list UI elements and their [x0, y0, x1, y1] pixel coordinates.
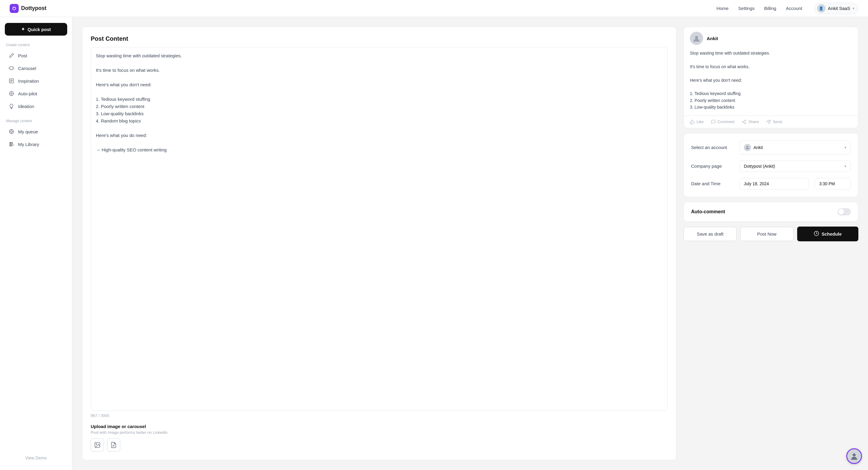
preview-actions: Like Comment Share Send — [684, 116, 858, 128]
account-avatar — [744, 144, 751, 151]
post-textarea[interactable]: Stop wasting time with outdated strategi… — [91, 47, 668, 411]
preview-avatar — [690, 32, 703, 45]
sidebar-item-carousel[interactable]: Carousel — [2, 62, 70, 74]
svg-rect-1 — [10, 67, 13, 70]
post-editor-title: Post Content — [91, 35, 668, 42]
preview-like[interactable]: Like — [690, 119, 704, 124]
right-panel: Ankit Stop wasting time with outdated st… — [684, 27, 858, 460]
action-buttons: Save as draft Post Now Schedule — [684, 227, 858, 241]
autopilot-icon — [8, 90, 14, 96]
save-draft-button[interactable]: Save as draft — [684, 227, 737, 241]
nav-account[interactable]: Account — [786, 6, 802, 11]
svg-line-14 — [744, 121, 745, 122]
topnav: Dottypost Home Settings Billing Account … — [0, 0, 868, 17]
logo-icon — [10, 4, 19, 13]
user-menu[interactable]: 👤 Ankit SaaS ▾ — [814, 3, 858, 14]
post-editor: Post Content Stop wasting time with outd… — [82, 27, 676, 460]
toggle-thumb — [838, 209, 844, 215]
topnav-avatar: 👤 — [817, 4, 826, 13]
view-demo-link[interactable]: View Demo — [0, 452, 72, 464]
topnav-links: Home Settings Billing Account — [716, 6, 802, 11]
datetime-row: Date and Time — [691, 178, 851, 189]
app-logo[interactable]: Dottypost — [10, 4, 46, 13]
upload-section: Upload image or carousel Post with Image… — [91, 424, 668, 451]
upload-image-button[interactable] — [91, 438, 104, 451]
preview-name: Ankit — [707, 36, 718, 41]
floating-avatar-button[interactable] — [846, 448, 862, 464]
nav-home[interactable]: Home — [716, 6, 728, 11]
preview-card: Ankit Stop wasting time with outdated st… — [684, 27, 858, 128]
date-input[interactable] — [739, 178, 809, 189]
svg-point-3 — [9, 91, 13, 96]
schedule-button[interactable]: Schedule — [797, 227, 859, 241]
account-row: Select an account Ankit ▾ — [691, 141, 851, 154]
sidebar-item-inspiration[interactable]: Inspiration — [2, 75, 70, 87]
svg-point-11 — [742, 121, 744, 122]
sidebar: ✦ Quick post Create content Post Carouse… — [0, 17, 72, 470]
nav-billing[interactable]: Billing — [764, 6, 776, 11]
auto-comment-toggle[interactable] — [838, 208, 851, 215]
sidebar-item-ideation[interactable]: Ideation — [2, 100, 70, 112]
settings-panel: Select an account Ankit ▾ Company page — [684, 133, 858, 197]
chevron-down-icon: ▾ — [852, 6, 855, 10]
topnav-username: Ankit SaaS — [828, 6, 850, 11]
schedule-clock-icon — [814, 231, 819, 237]
preview-share[interactable]: Share — [742, 119, 759, 124]
auto-comment-label: Auto-comment — [691, 209, 725, 214]
create-section-label: Create content — [0, 43, 72, 47]
auto-comment-panel: Auto-comment — [684, 202, 858, 222]
post-icon — [8, 53, 14, 59]
account-label: Select an account — [691, 145, 733, 150]
main-layout: ✦ Quick post Create content Post Carouse… — [0, 17, 868, 470]
company-label: Company page — [691, 164, 733, 169]
time-input[interactable] — [815, 178, 851, 189]
sidebar-item-my-library[interactable]: My Library — [2, 138, 70, 150]
svg-point-5 — [9, 129, 13, 134]
post-now-button[interactable]: Post Now — [740, 227, 793, 241]
upload-pdf-button[interactable] — [107, 438, 120, 451]
company-chevron-icon: ▾ — [844, 164, 846, 168]
carousel-icon — [8, 65, 14, 71]
svg-point-4 — [11, 93, 12, 94]
nav-settings[interactable]: Settings — [738, 6, 754, 11]
account-select[interactable]: Ankit ▾ — [739, 141, 851, 154]
preview-body: Stop wasting time with outdated strategi… — [684, 50, 858, 116]
library-icon — [8, 141, 14, 147]
svg-point-19 — [852, 453, 856, 457]
svg-point-8 — [96, 443, 97, 444]
svg-point-9 — [695, 36, 698, 39]
sidebar-item-post[interactable]: Post — [2, 50, 70, 62]
svg-point-6 — [10, 130, 12, 133]
sidebar-item-autopilot[interactable]: Auto-pilot — [2, 87, 70, 99]
app-name: Dottypost — [21, 5, 46, 11]
account-chevron-icon: ▾ — [844, 145, 846, 150]
manage-section-label: Manage content — [0, 119, 72, 123]
sidebar-item-my-queue[interactable]: My queue — [2, 125, 70, 138]
svg-point-10 — [745, 120, 746, 121]
company-row: Company page Dottypost (Ankit) ▾ — [691, 160, 851, 172]
svg-point-17 — [747, 146, 748, 147]
preview-send[interactable]: Send — [766, 119, 782, 124]
ideation-icon — [8, 103, 14, 109]
char-count: 867 / 3000 — [91, 413, 668, 418]
content-area: Post Content Stop wasting time with outd… — [72, 17, 868, 470]
svg-point-12 — [745, 122, 746, 124]
quick-post-icon: ✦ — [21, 27, 25, 32]
upload-title: Upload image or carousel — [91, 424, 668, 429]
preview-comment[interactable]: Comment — [711, 119, 735, 124]
svg-line-13 — [744, 122, 745, 123]
inspiration-icon — [8, 78, 14, 84]
quick-post-button[interactable]: ✦ Quick post — [5, 23, 67, 36]
datetime-label: Date and Time — [691, 181, 733, 186]
queue-icon — [8, 128, 14, 135]
upload-subtitle: Post with Image performs better on Linke… — [91, 430, 668, 435]
company-select[interactable]: Dottypost (Ankit) ▾ — [739, 160, 851, 172]
preview-header: Ankit — [684, 27, 858, 50]
